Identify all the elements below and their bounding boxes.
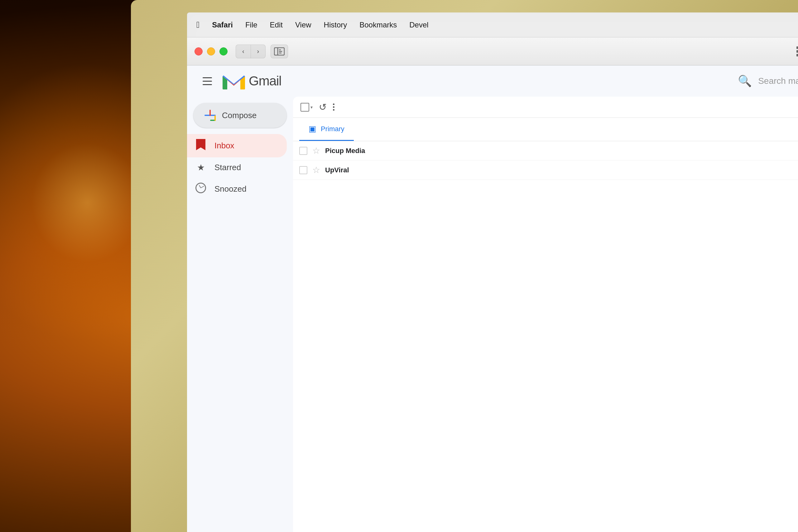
inbox-icon (194, 139, 207, 152)
email-toolbar: ▾ ↻ (293, 97, 798, 118)
search-area[interactable]: 🔍 Search mail (738, 75, 798, 88)
fullscreen-button[interactable] (220, 48, 228, 56)
hamburger-line (203, 77, 212, 78)
email-checkbox[interactable] (299, 166, 307, 174)
table-row[interactable]: ☆ UpViral (293, 160, 798, 180)
sidebar-toggle-button[interactable] (270, 44, 288, 58)
gmail-header-right: 🔍 Search mail (738, 75, 798, 88)
starred-icon: ★ (194, 163, 207, 173)
menubar-bookmarks[interactable]: Bookmarks (359, 21, 397, 29)
email-checkbox[interactable] (299, 147, 307, 155)
grid-icon (796, 46, 798, 56)
star-icon[interactable]: ☆ (312, 165, 320, 175)
refresh-button[interactable]: ↻ (319, 101, 327, 113)
snoozed-icon (194, 183, 207, 195)
sidebar-item-inbox[interactable]: Inbox (187, 134, 287, 157)
gmail-logo-area: Gmail (221, 72, 282, 90)
primary-tab-icon: ▣ (309, 124, 317, 134)
gmail-sidebar: Compose Inbox ★ Starred (187, 97, 293, 532)
hamburger-line (203, 81, 212, 82)
table-row[interactable]: ☆ Picup Media (293, 141, 798, 160)
star-icon[interactable]: ☆ (312, 146, 320, 156)
sidebar-item-snoozed[interactable]: Snoozed (187, 178, 287, 201)
email-sender: UpViral (325, 166, 406, 174)
more-options-button[interactable] (333, 103, 335, 111)
screen-area:  Safari File Edit View History Bookmark… (187, 13, 798, 532)
menubar-safari[interactable]: Safari (212, 21, 233, 29)
more-dot (333, 109, 335, 111)
menubar-edit[interactable]: Edit (270, 21, 283, 29)
search-icon: 🔍 (738, 75, 752, 88)
menubar-file[interactable]: File (245, 21, 258, 29)
forward-button[interactable]: › (251, 44, 266, 58)
menubar-develop[interactable]: Devel (409, 21, 428, 29)
menubar-history[interactable]: History (324, 21, 347, 29)
tab-primary-label: Primary (321, 125, 344, 133)
compose-button[interactable]: Compose (193, 103, 287, 128)
email-tabs: ▣ Primary (293, 118, 798, 141)
close-button[interactable] (194, 48, 203, 56)
sidebar-label-inbox: Inbox (214, 141, 234, 151)
gmail-content: Gmail 🔍 Search mail (187, 65, 798, 532)
select-all-dropdown[interactable]: ▾ (301, 103, 313, 112)
more-dot (333, 106, 335, 108)
dropdown-arrow-icon: ▾ (310, 105, 313, 110)
hamburger-menu-button[interactable] (200, 72, 218, 90)
minimize-button[interactable] (207, 48, 215, 56)
back-button[interactable]: ‹ (236, 44, 251, 58)
tab-primary[interactable]: ▣ Primary (299, 118, 354, 141)
compose-label: Compose (222, 111, 256, 120)
gmail-body: Compose Inbox ★ Starred (187, 97, 798, 532)
search-placeholder: Search mail (758, 76, 798, 86)
macbook-frame:  Safari File Edit View History Bookmark… (112, 0, 798, 532)
sidebar-item-starred[interactable]: ★ Starred (187, 157, 287, 178)
tabs-grid-button[interactable] (794, 44, 798, 58)
sidebar-label-snoozed: Snoozed (214, 184, 247, 194)
clock-icon (195, 183, 206, 193)
gmail-wordmark: Gmail (249, 74, 282, 89)
compose-plus-icon (205, 110, 216, 121)
email-sender: Picup Media (325, 147, 406, 155)
apple-menu-icon[interactable]:  (196, 20, 200, 30)
inbox-bookmark-icon (196, 139, 205, 150)
compose-plus-extra2 (214, 115, 216, 121)
traffic-lights (194, 48, 228, 56)
more-dot (333, 103, 335, 105)
gmail-header: Gmail 🔍 Search mail (187, 65, 798, 97)
menubar-view[interactable]: View (295, 21, 311, 29)
back-forward-nav[interactable]: ‹ › (236, 44, 266, 58)
laptop-body:  Safari File Edit View History Bookmark… (131, 0, 798, 532)
hamburger-line (203, 84, 212, 85)
safari-toolbar: ‹ › (187, 37, 798, 65)
select-all-checkbox[interactable] (301, 103, 309, 112)
macos-menubar:  Safari File Edit View History Bookmark… (187, 13, 798, 37)
sidebar-label-starred: Starred (214, 163, 241, 172)
gmail-email-area: ▾ ↻ ▣ (293, 97, 798, 532)
clock-hand-minute (201, 186, 204, 188)
gmail-m-logo (221, 72, 246, 90)
sidebar-toggle-icon (274, 48, 285, 56)
